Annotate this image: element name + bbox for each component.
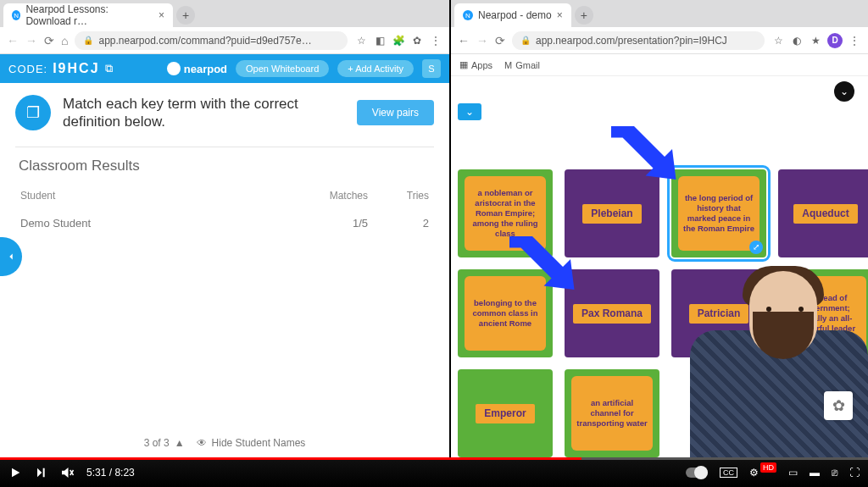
nearpod-logo: nearpod (167, 62, 227, 75)
arrow-icon (604, 119, 680, 198)
star-icon[interactable]: ☆ (354, 34, 368, 47)
apps-shortcut[interactable]: ▦ Apps (459, 59, 492, 70)
navbar-left: ← → ⟳ ⌂ 🔒 app.nearpod.com/command?puid=d… (0, 27, 449, 54)
puzzle-icon[interactable]: ★ (809, 34, 822, 47)
favicon-icon: N (463, 10, 473, 20)
url-bar[interactable]: 🔒 app.nearpod.com/presentation?pin=I9HCJ (512, 31, 765, 50)
right-window: N Nearpod - demo × + ← → ⟳ 🔒 app.nearpod… (449, 0, 868, 457)
navbar-right: ← → ⟳ 🔒 app.nearpod.com/presentation?pin… (451, 27, 868, 54)
prompt-text: Match each key term with the correct def… (63, 95, 345, 131)
arrow-icon (502, 229, 578, 308)
autoplay-toggle[interactable] (686, 468, 708, 478)
tab-title: Nearpod - demo (478, 9, 552, 21)
back-button[interactable]: ← (458, 34, 470, 47)
nearpod-body: ❐ Match each key term with the correct d… (0, 83, 449, 457)
next-button[interactable] (34, 466, 47, 479)
col-tries: Tries (373, 185, 432, 207)
reload-button[interactable]: ⟳ (495, 34, 505, 47)
extension-icon[interactable]: ◐ (790, 34, 804, 47)
share-button[interactable]: S (422, 59, 441, 78)
back-button[interactable]: ← (7, 34, 19, 47)
extension-icon[interactable]: ◧ (373, 34, 387, 47)
forward-button[interactable]: → (25, 34, 37, 47)
miniplayer-button[interactable]: ▭ (788, 467, 798, 479)
nearpod-header: CODE: I9HCJ ⧉ nearpod Open Whiteboard + … (0, 54, 449, 83)
slide-footer: 3 of 3 ▲ 👁 Hide Student Names (0, 431, 449, 455)
browser-tab[interactable]: N Nearpod Lessons: Download r… × (3, 3, 173, 27)
left-window: N Nearpod Lessons: Download r… × + ← → ⟳… (0, 0, 449, 457)
tab-title: Nearpod Lessons: Download r… (25, 3, 153, 27)
browser-tab[interactable]: N Nearpod - demo × (454, 3, 571, 27)
captions-button[interactable]: CC (720, 468, 737, 478)
svg-marker-1 (509, 236, 575, 290)
chevron-up-icon: ▲ (175, 437, 185, 449)
menu-icon[interactable]: ⋮ (429, 34, 442, 47)
col-student: Student (17, 185, 310, 207)
time-display: 5:31 / 8:23 (86, 467, 135, 479)
open-whiteboard-button[interactable]: Open Whiteboard (236, 60, 329, 77)
svg-marker-0 (611, 126, 676, 180)
nav-icons: ☆ ◧ 🧩 ✿ ⋮ (354, 34, 442, 47)
progress-bar[interactable] (0, 457, 868, 460)
results-heading: Classroom Results (15, 147, 434, 183)
cast-button[interactable]: ⎚ (832, 467, 837, 479)
watermark-icon: ✿ (824, 391, 853, 420)
eye-off-icon: 👁 (197, 437, 207, 449)
home-button[interactable]: ⌂ (61, 34, 68, 47)
menu-icon[interactable]: ⋮ (848, 34, 861, 47)
url-text: app.nearpod.com/presentation?pin=I9HCJ (536, 35, 727, 47)
nav-icons: ☆ ◐ ★ D ⋮ (771, 33, 861, 48)
results-table: Student Matches Tries Demo Student1/52 (15, 183, 434, 240)
expand-icon: ⤢ (749, 241, 763, 254)
definition-card[interactable]: the long period of history that marked p… (671, 169, 766, 257)
url-text: app.nearpod.com/command?puid=d9ed757e… (98, 35, 311, 47)
forward-button[interactable]: → (476, 34, 488, 47)
bookmark-bar: ▦ Apps M Gmail (451, 54, 868, 76)
view-pairs-button[interactable]: View pairs (357, 100, 434, 125)
activity-dropdown[interactable]: ⌄ (458, 103, 481, 120)
puzzle-icon[interactable]: 🧩 (392, 34, 405, 47)
settings-button[interactable]: ⚙HD (749, 467, 776, 479)
flower-icon[interactable]: ✿ (410, 34, 424, 47)
popout-icon: ⧉ (105, 62, 114, 75)
new-tab-button[interactable]: + (176, 6, 195, 25)
star-icon[interactable]: ☆ (771, 34, 785, 47)
add-activity-button[interactable]: + Add Activity (337, 60, 414, 77)
presenter-overlay (690, 254, 868, 457)
student-menu-button[interactable]: ⌄ (834, 81, 854, 102)
video-player-bar: 5:31 / 8:23 CC ⚙HD ▭ ▬ ⎚ ⛶ (0, 457, 868, 487)
url-bar[interactable]: 🔒 app.nearpod.com/command?puid=d9ed757e… (75, 31, 348, 50)
mute-button[interactable] (59, 465, 75, 480)
profile-avatar[interactable]: D (827, 33, 843, 48)
definition-card[interactable]: an artificial channel for transporting w… (565, 369, 659, 457)
term-card[interactable]: Aqueduct (778, 169, 868, 257)
favicon-icon: N (12, 10, 20, 20)
gmail-shortcut[interactable]: M Gmail (504, 60, 540, 70)
fullscreen-button[interactable]: ⛶ (849, 467, 860, 479)
tabstrip-left: N Nearpod Lessons: Download r… × + (0, 0, 449, 27)
col-matches: Matches (312, 185, 371, 207)
hide-names-button[interactable]: 👁 Hide Student Names (197, 437, 306, 449)
session-code[interactable]: CODE: I9HCJ ⧉ (8, 61, 114, 76)
table-row[interactable]: Demo Student1/52 (17, 208, 432, 238)
lock-icon: 🔒 (520, 36, 531, 45)
new-tab-button[interactable]: + (575, 6, 593, 25)
theater-button[interactable]: ▬ (810, 467, 820, 479)
play-button[interactable] (8, 466, 22, 479)
lock-icon: 🔒 (83, 36, 93, 45)
reload-button[interactable]: ⟳ (44, 34, 54, 47)
term-card[interactable]: Emperor (458, 369, 553, 457)
close-icon[interactable]: × (159, 9, 164, 21)
match-icon: ❐ (15, 95, 51, 130)
slide-counter[interactable]: 3 of 3 ▲ (144, 437, 185, 449)
term-card[interactable]: Pax Romana (565, 269, 659, 357)
tabstrip-right: N Nearpod - demo × + (451, 0, 868, 27)
close-icon[interactable]: × (557, 9, 563, 21)
student-view: ⌄ ⌄ a nobleman or aristocrat in the Roma… (451, 76, 868, 457)
